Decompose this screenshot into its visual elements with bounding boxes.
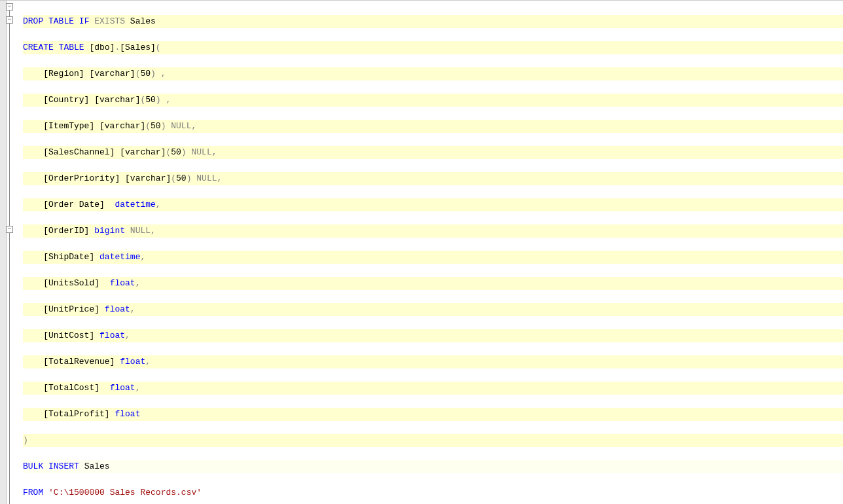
column-def: [TotalCost] [23,383,110,393]
code-editor-area[interactable]: DROP TABLE IF EXISTS Sales CREATE TABLE … [20,1,843,504]
keyword: IF [74,16,89,26]
fold-toggle-icon[interactable]: − [6,226,13,233]
fold-toggle-icon[interactable]: − [6,16,13,24]
fold-toggle-icon[interactable]: − [6,3,13,10]
punct: ( [156,43,161,52]
column-def: [Region] [varchar] [23,69,135,79]
keyword: BULK [23,461,43,471]
keyword: FROM [23,488,43,497]
column-def: [SalesChannel] [varchar] [23,147,166,157]
column-def: [TotalRevenue] [23,357,120,367]
breakpoint-gutter[interactable] [0,1,7,504]
keyword: TABLE [54,43,84,52]
column-def: [TotalProfit] [23,409,115,419]
column-def: [UnitPrice] [23,304,105,314]
identifier: Sales [125,16,156,26]
keyword: DROP [23,16,43,26]
identifier: [dbo] [84,43,115,52]
column-def: [ShipDate] [23,252,99,262]
column-def: [OrderID] [23,226,94,236]
sql-editor: − − − DROP TABLE IF EXISTS Sales CREATE … [0,0,843,504]
code-folding-gutter[interactable]: − − − [7,1,20,504]
keyword: CREATE [23,43,54,52]
punct: ) [23,435,28,445]
identifier: [Sales] [120,43,156,52]
column-def: [OrderPriority] [varchar] [23,173,171,183]
column-def: [ItemType] [varchar] [23,121,145,131]
keyword: EXISTS [89,16,125,26]
column-def: [Order Date] [23,200,115,209]
string-literal: 'C:\1500000 Sales Records.csv' [48,488,202,497]
column-def: [UnitCost] [23,331,99,340]
column-def: [UnitsSold] [23,278,110,288]
keyword: TABLE [43,16,74,26]
column-def: [Country] [varchar] [23,95,140,105]
